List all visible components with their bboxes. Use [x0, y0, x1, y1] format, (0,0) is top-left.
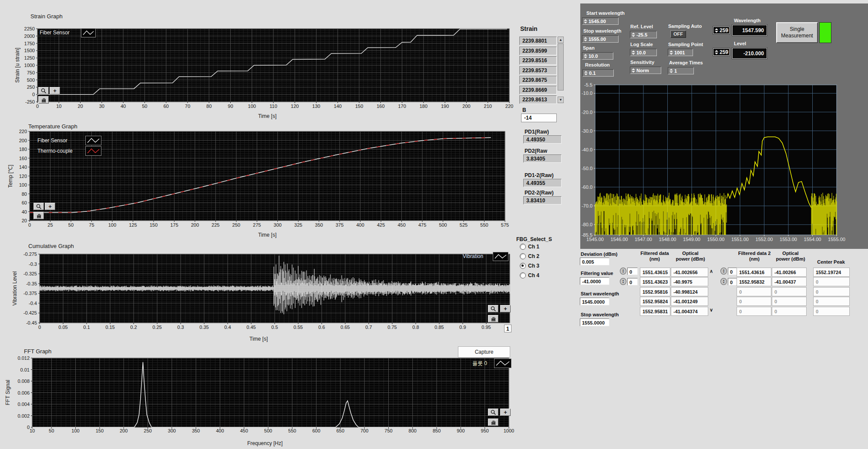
pan-tool-button[interactable]	[488, 419, 498, 426]
x-axis-max-box[interactable]: 1	[504, 325, 511, 332]
strain-graph-plot[interactable]: 0102030405060708090100110120130140150160…	[3, 12, 518, 111]
crosshair-tool-button[interactable]: +	[500, 409, 511, 416]
strain-list-value: 2239.8675	[519, 76, 557, 84]
fft-x-axis-label: Frequency [Hz]	[247, 440, 283, 446]
table1-scroll-up[interactable]: ∧	[710, 268, 713, 274]
fft-legend-waveform-icon[interactable]	[494, 359, 511, 368]
svg-text:20: 20	[22, 218, 27, 223]
osa-spectrum-plot[interactable]: 1545.001546.001547.001548.001549.001550.…	[580, 3, 868, 249]
analysis-stop-wavelength-field[interactable]: 1555.0000	[580, 318, 609, 326]
table-cell: 1552.95832	[737, 277, 771, 286]
svg-text:0.5: 0.5	[271, 325, 278, 330]
spinner-knob-icon[interactable]: ▴▾	[620, 278, 626, 285]
table1-spinner-bottom[interactable]: 0	[627, 278, 638, 285]
svg-text:0.35: 0.35	[199, 325, 209, 330]
radio-button-icon[interactable]	[520, 244, 526, 250]
svg-text:140: 140	[334, 104, 342, 109]
svg-text:1250: 1250	[24, 55, 35, 60]
deviation-field[interactable]: 0.005	[580, 258, 609, 265]
fbg-channel-radio-4[interactable]: Ch 4	[520, 272, 539, 278]
strain-list-scroll-down[interactable]: ▼	[558, 97, 564, 103]
svg-text:-50.0: -50.0	[582, 166, 592, 171]
svg-text:100: 100	[108, 222, 116, 228]
svg-text:0.05: 0.05	[58, 325, 67, 330]
pd2-value-box: 3.83405	[523, 154, 562, 163]
pd2-2-label: PD2-2(Raw)	[525, 190, 554, 196]
table-cell: 0	[737, 297, 771, 306]
svg-text:0: 0	[36, 104, 39, 109]
analysis-start-wavelength-field[interactable]: 1545.0000	[580, 298, 609, 305]
svg-text:0.7: 0.7	[365, 325, 372, 330]
zoom-tool-button[interactable]	[38, 87, 49, 94]
fbg-channel-radio-2[interactable]: Ch 2	[520, 253, 539, 259]
zoom-tool-button[interactable]	[34, 203, 44, 210]
fft-graph-plot[interactable]: 1050100150200250300350400450500550600650…	[3, 346, 519, 439]
table-cell: 1551.43615	[640, 268, 670, 277]
strain-list-value: 2239.8599	[519, 47, 557, 55]
strain-legend-waveform-icon[interactable]	[81, 28, 96, 37]
table1-spinner-top[interactable]: 0	[627, 268, 638, 275]
svg-text:100: 100	[248, 104, 256, 109]
radio-button-icon[interactable]	[520, 263, 526, 269]
spinner-knob-icon[interactable]: ▴▾	[720, 268, 727, 275]
svg-text:180: 180	[19, 147, 27, 152]
fbg-channel-radio-3[interactable]: Ch 3	[520, 263, 539, 269]
svg-text:1549.00: 1549.00	[683, 237, 700, 242]
svg-text:275: 275	[253, 222, 261, 228]
cumulative-graph-plot[interactable]: 00.050.10.150.20.250.30.350.40.450.50.55…	[3, 243, 519, 335]
svg-text:700: 700	[360, 428, 368, 433]
radio-label: Ch 4	[528, 272, 539, 278]
table-cell: 0	[813, 307, 850, 316]
svg-text:250: 250	[27, 84, 35, 90]
svg-text:0.75: 0.75	[387, 325, 397, 330]
vibration-legend-waveform-icon[interactable]	[493, 252, 508, 261]
table-cell: -41.004374	[671, 307, 708, 316]
strain-legend-label: Fiber Sensor	[40, 30, 70, 36]
fft-y-axis-label: FFT Signal	[5, 380, 11, 405]
temperature-legend-thermo-icon[interactable]	[85, 146, 101, 156]
svg-text:1546.00: 1546.00	[611, 237, 628, 242]
svg-text:750: 750	[384, 428, 392, 433]
svg-text:2250: 2250	[24, 26, 35, 31]
temperature-legend-fiber-icon[interactable]	[85, 136, 101, 145]
pan-tool-button[interactable]	[488, 315, 498, 322]
svg-text:0.45: 0.45	[246, 325, 256, 330]
zoom-tool-button[interactable]	[488, 305, 498, 312]
temperature-graph-plot[interactable]: 0255075100125150175200225250275300325350…	[3, 123, 518, 232]
svg-text:250: 250	[232, 222, 240, 228]
temperature-legend-fiber-label: Fiber Sensor	[37, 137, 67, 144]
zoom-tool-button[interactable]	[488, 409, 498, 416]
svg-text:0.15: 0.15	[105, 325, 114, 330]
fbg-channel-radio-1[interactable]: Ch 1	[520, 244, 539, 250]
pan-tool-button[interactable]	[34, 212, 44, 219]
b-value-box[interactable]: -14	[521, 114, 557, 122]
table1-col1-header: Filtered data (nm)	[636, 251, 673, 262]
radio-button-icon[interactable]	[520, 272, 526, 278]
svg-text:550: 550	[480, 222, 488, 228]
svg-text:50: 50	[142, 104, 147, 109]
crosshair-tool-button[interactable]: +	[50, 87, 60, 94]
svg-text:1547.00: 1547.00	[635, 237, 652, 242]
svg-text:125: 125	[129, 222, 137, 228]
spinner-knob-icon[interactable]: ▴▾	[620, 268, 626, 275]
pd1-label: PD1(Raw)	[525, 129, 549, 135]
svg-text:400: 400	[356, 222, 364, 228]
filtering-value-field[interactable]: -41.0000	[580, 277, 609, 285]
pd1-2-value-box: 4.49355	[523, 179, 562, 187]
pan-tool-button[interactable]	[38, 96, 49, 104]
crosshair-tool-button[interactable]: +	[500, 305, 511, 312]
radio-button-icon[interactable]	[520, 253, 526, 259]
table-cell: 0	[737, 287, 771, 296]
table2-col1-header: Filtered data 2 (nm)	[736, 251, 773, 262]
center-peak-header: Center Peak	[812, 259, 850, 265]
table2-col2-header: Optical power (dBm)	[771, 251, 810, 262]
labview-front-panel: Strain Graph 010203040506070809010011012…	[0, 0, 868, 449]
table1-scroll-down[interactable]: ∨	[710, 307, 713, 313]
strain-list-scrollbar[interactable]	[558, 44, 564, 90]
vibration-y-axis-label: Vibration Level	[12, 271, 18, 305]
spinner-knob-icon[interactable]: ▴▾	[720, 278, 727, 285]
strain-list-scroll-up[interactable]: ▲	[558, 37, 564, 43]
crosshair-tool-button[interactable]: +	[45, 203, 55, 210]
svg-text:900: 900	[457, 428, 464, 433]
svg-text:325: 325	[294, 222, 302, 228]
